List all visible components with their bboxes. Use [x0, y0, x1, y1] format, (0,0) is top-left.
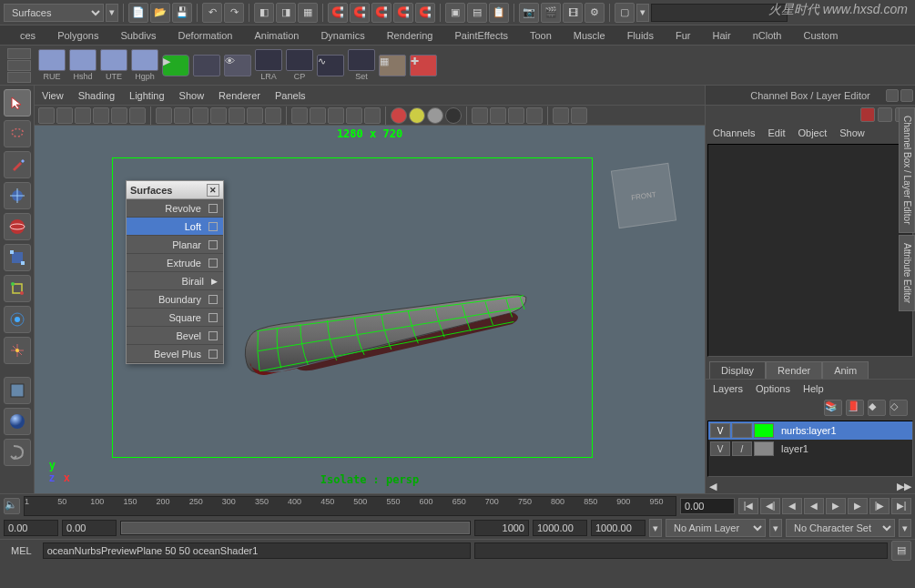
layer-row[interactable]: V/layer1 — [708, 440, 912, 458]
tab-hair[interactable]: Hair — [701, 26, 741, 45]
shelf-btn-lra[interactable]: LRA — [255, 48, 282, 83]
save-scene-icon[interactable]: 💾 — [172, 3, 192, 23]
new-empty-layer-icon[interactable]: ◆ — [868, 400, 886, 416]
exposure-icon[interactable] — [553, 107, 569, 124]
step-forward-icon[interactable]: ▶ — [848, 498, 868, 514]
snap-live-icon[interactable]: 🧲 — [415, 3, 435, 23]
grid-icon[interactable] — [156, 107, 172, 124]
shelf-btn-hshd[interactable]: Hshd — [69, 48, 97, 83]
surfaces-menu-birail[interactable]: Birail▶ — [127, 272, 223, 290]
tab-ncloth[interactable]: nCloth — [742, 26, 793, 45]
input-list-icon[interactable]: 📋 — [489, 3, 509, 23]
snap-curve-icon[interactable]: 🧲 — [350, 3, 370, 23]
ship-hull-mesh[interactable] — [208, 289, 563, 390]
undo-icon[interactable]: ↶ — [202, 3, 222, 23]
new-layer-selected-icon[interactable]: ◇ — [890, 400, 908, 416]
layer-scroll-right-icon[interactable]: ▶ — [897, 481, 904, 492]
step-back-key-icon[interactable]: ◀| — [760, 498, 780, 514]
shelf-btn-flag[interactable]: ✚ — [410, 48, 437, 83]
surfaces-menu-bevel-plus[interactable]: Bevel Plus — [127, 345, 223, 363]
float-menu-close-icon[interactable]: ✕ — [207, 184, 219, 197]
cb-menu-channels[interactable]: Channels — [713, 127, 755, 138]
ui-layouts-icon[interactable]: ▢ — [615, 3, 635, 23]
cb-close-icon[interactable] — [900, 89, 913, 102]
shelf-menu[interactable] — [7, 60, 31, 71]
cb-menu-show[interactable]: Show — [839, 127, 865, 138]
layer-menu-options[interactable]: Options — [756, 383, 790, 394]
side-tab-attribute-editor[interactable]: Attribute Editor — [899, 235, 915, 311]
panel-menu-lighting[interactable]: Lighting — [129, 90, 165, 101]
snap-point-icon[interactable]: 🧲 — [371, 3, 391, 23]
shelf-scroll-up[interactable] — [7, 48, 31, 59]
shelf-scroll-down[interactable] — [7, 72, 31, 83]
range-options-dropdown[interactable]: ▾ — [649, 519, 662, 537]
range-start-outer[interactable] — [4, 520, 58, 536]
cb-menu-edit[interactable]: Edit — [768, 127, 785, 138]
range-end-inner[interactable] — [474, 520, 529, 536]
tab-custom[interactable]: Custom — [792, 26, 849, 45]
anim-layer-select[interactable]: No Anim Layer — [666, 519, 766, 537]
tab-fur[interactable]: Fur — [665, 26, 702, 45]
snap-plane-icon[interactable]: 🧲 — [393, 3, 413, 23]
play-back-icon[interactable]: ◀ — [804, 498, 824, 514]
module-select[interactable]: Surfaces — [4, 4, 104, 22]
isolate-select-icon[interactable] — [472, 107, 488, 124]
ipr-render-icon[interactable]: 🎞 — [563, 3, 583, 23]
current-time-field[interactable] — [680, 498, 735, 514]
tab-subdivs[interactable]: Subdivs — [109, 26, 167, 45]
construction-history-icon[interactable]: ▣ — [445, 3, 465, 23]
layout-single[interactable] — [4, 377, 31, 404]
goto-start-icon[interactable]: |◀ — [738, 498, 758, 514]
channel-list[interactable] — [707, 144, 913, 357]
tab-painteffects[interactable]: PaintEffects — [443, 26, 519, 45]
depth-icon[interactable] — [526, 107, 543, 124]
soft-mod-tool[interactable] — [4, 306, 31, 333]
use-lights-icon[interactable] — [346, 107, 362, 124]
2d-pan-icon[interactable] — [111, 107, 127, 124]
charset-dropdown[interactable]: ▾ — [899, 519, 911, 537]
panel-menu-shading[interactable]: Shading — [78, 90, 115, 101]
time-ruler[interactable]: 1501001502002503003504004505005506006507… — [24, 496, 676, 516]
range-slider[interactable] — [120, 521, 471, 535]
goto-end-icon[interactable]: ▶| — [891, 498, 911, 514]
snap-grid-icon[interactable]: 🧲 — [328, 3, 348, 23]
layer-scroll-left-icon[interactable]: ◀ — [709, 481, 717, 492]
shelf-btn-curve[interactable]: ∿ — [317, 48, 344, 83]
render-view-icon[interactable]: 📷 — [519, 3, 539, 23]
panel-menu-view[interactable]: View — [42, 90, 64, 101]
step-back-icon[interactable]: ◀ — [782, 498, 802, 514]
layer-menu-layers[interactable]: Layers — [713, 383, 743, 394]
gamma-icon[interactable] — [571, 107, 587, 124]
select-hierarchy-icon[interactable]: ◧ — [254, 3, 274, 23]
surfaces-menu-planar[interactable]: Planar — [127, 236, 223, 254]
show-manip-tool[interactable] — [4, 337, 31, 364]
character-set-select[interactable]: No Character Set — [786, 519, 895, 537]
view-cube[interactable]: FRONT — [611, 163, 676, 228]
tab-muscle[interactable]: Muscle — [563, 26, 616, 45]
cb-speed-icon[interactable] — [878, 107, 892, 122]
wireframe-icon[interactable] — [291, 107, 308, 124]
surfaces-menu-square[interactable]: Square — [127, 309, 223, 327]
redo-icon[interactable]: ↷ — [224, 3, 244, 23]
render-frame-icon[interactable]: 🎬 — [541, 3, 561, 23]
light-preset-yellow[interactable] — [409, 107, 425, 124]
cb-menu-object[interactable]: Object — [798, 127, 827, 138]
rotate-tool[interactable] — [4, 213, 31, 240]
side-tab-channelbox[interactable]: Channel Box / Layer Editor — [899, 107, 915, 233]
shelf-btn-script1[interactable] — [193, 48, 220, 83]
surfaces-menu-revolve[interactable]: Revolve — [127, 199, 223, 218]
image-plane-icon[interactable] — [93, 107, 109, 124]
film-gate-icon[interactable] — [174, 107, 190, 124]
select-object-icon[interactable]: ◨ — [276, 3, 296, 23]
tab-deformation[interactable]: Deformation — [168, 26, 244, 45]
resolution-gate-icon[interactable] — [192, 107, 208, 124]
lasso-tool[interactable] — [4, 120, 31, 147]
panel-menu-show[interactable]: Show — [179, 90, 205, 101]
shader-ball[interactable] — [4, 408, 31, 435]
shadows-icon[interactable] — [364, 107, 381, 124]
help-search-input[interactable] — [651, 4, 788, 22]
paint-select-tool[interactable] — [4, 151, 31, 178]
tab-polygons[interactable]: Polygons — [46, 26, 109, 45]
camera-select-icon[interactable] — [38, 107, 55, 124]
shelf-btn-ute[interactable]: UTE — [100, 48, 127, 83]
